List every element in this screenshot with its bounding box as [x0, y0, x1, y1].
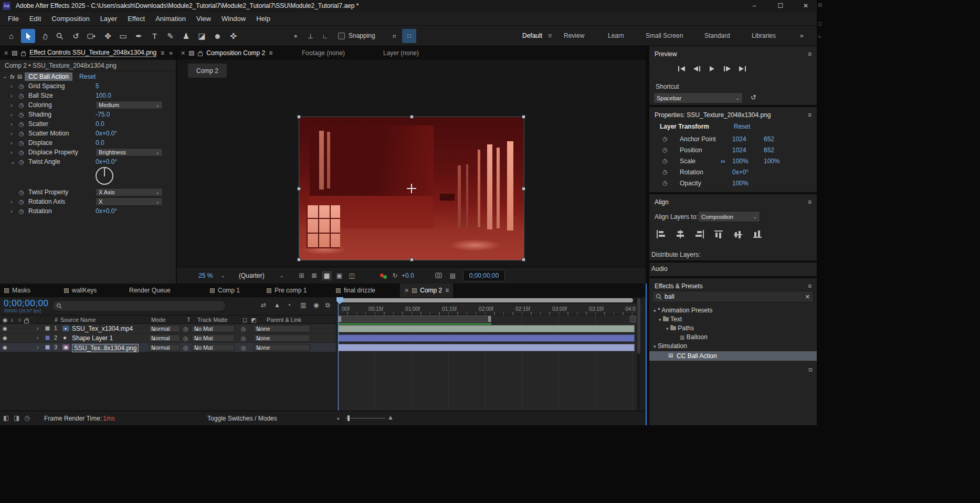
anchor-point-icon[interactable]	[407, 184, 416, 193]
menu-layer[interactable]: Layer	[95, 12, 123, 25]
stopwatch-icon[interactable]: ◷	[662, 169, 668, 175]
shortcut-dropdown[interactable]: Spacebar⌄	[654, 92, 743, 103]
pickwhip-icon[interactable]: ◎	[183, 335, 188, 342]
fx-badge[interactable]: fx	[10, 74, 15, 80]
twirl-icon[interactable]: ›	[10, 208, 19, 214]
pickwhip-icon[interactable]: ◎	[241, 326, 246, 332]
tree-effect-cc-ball-action[interactable]: ▤ CC Ball Action	[649, 351, 817, 361]
coloring-dropdown[interactable]: Medium⌄	[96, 101, 163, 109]
tab-comp-1[interactable]: Comp 1	[210, 284, 240, 297]
magnification-value[interactable]: 25 %	[198, 267, 213, 284]
time-navigator-thumb[interactable]	[338, 298, 633, 302]
property-value-y[interactable]: 652	[764, 135, 774, 143]
workspace-learn[interactable]: Learn	[608, 26, 624, 46]
twist-property-dropdown[interactable]: X Axis⌄	[96, 188, 163, 196]
clone-stamp-tool[interactable]: ♟	[179, 29, 193, 43]
resolution-chevron-icon[interactable]: ⌄	[280, 267, 284, 284]
workspace-small-screen[interactable]: Small Screen	[646, 26, 683, 46]
twirl-icon[interactable]: ›	[10, 83, 19, 89]
tab-pre-comp-1[interactable]: Pre comp 1	[267, 284, 307, 297]
selection-handle[interactable]	[410, 115, 414, 119]
shy-layers-icon[interactable]: ◔	[287, 301, 291, 309]
workspace-overflow-icon[interactable]: »	[800, 26, 804, 46]
draft-3d-icon[interactable]: ▲	[274, 301, 280, 309]
guides-icon[interactable]: ◫	[347, 271, 357, 280]
tree-folder-paths[interactable]: ▾ Paths	[666, 324, 694, 333]
stopwatch-icon[interactable]: ◷	[662, 158, 668, 164]
panel-menu-icon[interactable]: ≡	[808, 50, 812, 58]
stopwatch-icon[interactable]: ◷	[662, 135, 668, 142]
twirl-icon[interactable]: ›	[10, 198, 19, 205]
transfer-controls-pane-icon[interactable]: ◨	[14, 414, 19, 422]
property-value[interactable]: 0.0	[96, 120, 104, 128]
composition-canvas[interactable]	[299, 117, 524, 260]
twirl-icon[interactable]: ›	[10, 92, 19, 99]
align-vertical-center-button[interactable]	[732, 228, 745, 240]
eye-icon[interactable]: ◉	[3, 335, 7, 341]
layer-name[interactable]: SSU_Tex_x1304.mp4	[72, 325, 133, 332]
motion-blur-icon[interactable]: ◉	[313, 301, 319, 309]
workspace-libraries[interactable]: Libraries	[752, 26, 776, 46]
brush-tool[interactable]: ✎	[163, 29, 177, 43]
layer-row-3-selected[interactable]: ◉ › 3 ▦ SSU_Tex..8x1304.png Normal⌄ ◎ No…	[0, 343, 336, 352]
stopwatch-icon[interactable]: ◷	[662, 180, 668, 186]
viewer-comp-tab[interactable]: Comp 2	[188, 64, 227, 78]
menu-window[interactable]: Window	[216, 12, 251, 25]
previous-frame-button[interactable]	[690, 63, 703, 75]
layer-name[interactable]: SSU_Tex..8x1304.png	[72, 344, 139, 352]
composition-viewer[interactable]: Comp 2	[177, 60, 646, 267]
timeline-search[interactable]	[52, 300, 226, 311]
selection-handle[interactable]	[297, 115, 301, 119]
comp-marker-bin[interactable]	[630, 316, 636, 322]
property-value-x[interactable]: 1024	[732, 146, 746, 154]
timeline-zoom-thumb[interactable]	[347, 415, 350, 421]
lock-icon[interactable]	[21, 53, 26, 56]
property-value[interactable]: 0.0	[96, 139, 104, 146]
layer-row-1[interactable]: ◉ › 1 ▸ SSU_Tex_x1304.mp4 Normal⌄ ◎ No M…	[0, 324, 336, 333]
camera-tool[interactable]	[84, 29, 98, 43]
mode-dropdown[interactable]: Normal⌄	[149, 325, 180, 332]
stopwatch-icon[interactable]: ◷	[19, 111, 28, 118]
axis-mode-world-icon[interactable]: ⊥	[303, 29, 318, 43]
effect-reset-link[interactable]: Reset	[79, 73, 96, 80]
eye-icon[interactable]: ◉	[3, 344, 7, 350]
layer-bar-2[interactable]	[338, 334, 635, 342]
panel-menu-icon[interactable]: ≡	[161, 49, 164, 57]
parent-dropdown[interactable]: None⌄	[254, 325, 310, 332]
menu-edit[interactable]: Edit	[24, 12, 46, 25]
tab-composition[interactable]: Composition Comp 2	[206, 49, 265, 57]
maximize-button[interactable]: ☐	[770, 0, 792, 12]
label-color-swatch[interactable]	[45, 326, 50, 331]
next-frame-button[interactable]	[720, 63, 734, 75]
clear-search-icon[interactable]: ✕	[805, 294, 810, 300]
tree-animation-presets[interactable]: ▾ * Animation Presets	[654, 307, 713, 316]
selection-tool[interactable]	[21, 29, 35, 43]
effects-presets-search[interactable]: ✕	[652, 291, 814, 302]
twirl-icon[interactable]: ›	[10, 149, 19, 155]
property-value[interactable]: 0x+0.0°	[96, 207, 117, 215]
twirl-icon[interactable]: ›	[10, 140, 19, 146]
chevron-right-icon[interactable]: ›	[37, 325, 39, 331]
hand-tool[interactable]	[38, 29, 52, 43]
snapshot-icon[interactable]	[434, 271, 444, 281]
tab-footage[interactable]: Footage (none)	[302, 49, 345, 57]
stopwatch-icon[interactable]: ◷	[19, 198, 28, 205]
chevron-right-icon[interactable]: ›	[37, 334, 39, 341]
menu-view[interactable]: View	[191, 12, 216, 25]
close-icon[interactable]: ✕	[181, 50, 185, 57]
pan-behind-tool[interactable]: ✥	[101, 29, 115, 43]
track-matte-dropdown[interactable]: No Mat⌄	[192, 325, 235, 332]
track-matte-dropdown[interactable]: No Mat⌄	[192, 334, 235, 342]
stopwatch-icon[interactable]: ◷	[19, 189, 28, 196]
grid-options-icon[interactable]: ⊞	[297, 271, 307, 280]
pickwhip-icon[interactable]: ◎	[183, 326, 188, 332]
align-right-button[interactable]	[693, 228, 707, 240]
zoom-in-mountain-icon[interactable]: ▲	[387, 414, 394, 421]
orbit-camera-tool[interactable]: ↺	[69, 29, 83, 43]
link-icon[interactable]: ∞	[721, 158, 725, 165]
tree-simulation[interactable]: ▾ Simulation	[654, 342, 687, 351]
close-icon[interactable]: ✕	[4, 50, 8, 57]
align-horizontal-center-button[interactable]	[673, 228, 687, 240]
region-of-interest-icon[interactable]: ▣	[334, 271, 344, 280]
menu-help[interactable]: Help	[251, 12, 276, 25]
